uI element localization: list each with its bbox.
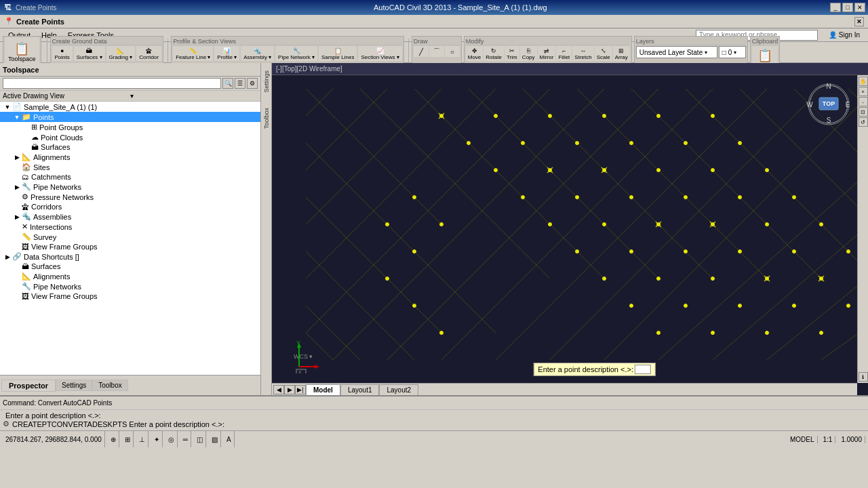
annotation-btn[interactable]: A (224, 431, 235, 447)
point-description-input[interactable] (635, 365, 651, 374)
stretch-btn[interactable]: ↔Stretch (572, 46, 593, 61)
tab-prev-btn[interactable]: ◀ (273, 385, 284, 394)
tree-item-18[interactable]: 📐 Alignments (0, 271, 260, 281)
zoom-out-btn[interactable]: - (859, 97, 868, 106)
section-views-btn[interactable]: 📈Section Views ▾ (358, 46, 401, 61)
ortho-btn[interactable]: ⊥ (136, 431, 149, 447)
sign-in-button[interactable]: 👤 Sign In (823, 30, 865, 40)
corridor-btn[interactable]: 🛣 Corridor (136, 46, 161, 61)
dialog-close[interactable]: ✕ (854, 17, 864, 26)
grid-btn[interactable]: ⊞ (122, 431, 134, 447)
surf-icon-1: 🏔 (31, 143, 39, 151)
settings-icon-btn[interactable]: ⚙ (247, 78, 258, 89)
line-icon: ╱ (419, 48, 423, 56)
surfaces-btn[interactable]: 🏔 Surfaces ▾ (74, 46, 105, 61)
active-view-dropdown[interactable]: ▾ (130, 92, 258, 100)
toolspace-title: Toolspace (3, 66, 39, 74)
profile-btn[interactable]: 📊Profile ▾ (214, 46, 239, 61)
points-btn[interactable]: ● Points (52, 46, 73, 61)
tree-item-8[interactable]: 🗂 Catchments (0, 172, 260, 182)
color-dropdown[interactable]: □ 0 ▾ (719, 46, 746, 58)
move-btn[interactable]: ✥Move (466, 46, 484, 61)
settings-side-tab[interactable]: Settings (262, 64, 271, 99)
arc-btn[interactable]: ⌒ (429, 46, 444, 57)
tree-item-9[interactable]: ▶ 🔧 Pipe Networks (0, 182, 260, 192)
tab-model[interactable]: Model (306, 384, 340, 395)
tree-item-16[interactable]: ▶ 🔗 Data Shortcuts [] (0, 251, 260, 262)
rotate-btn[interactable]: ↻Rotate (484, 46, 504, 61)
pan-btn[interactable]: ✋ (859, 77, 868, 86)
fillet-btn[interactable]: ⌐Fillet (556, 46, 572, 61)
tree-item-10[interactable]: ⚙ Pressure Networks (0, 192, 260, 202)
tree-item-5[interactable]: 🏔 Surfaces (0, 142, 260, 152)
filter-icon-btn[interactable]: ☰ (235, 78, 245, 89)
tree-item-1[interactable]: ▼ 📄 Sample_Site_A (1) (1) (0, 102, 260, 112)
3d-orbit-btn[interactable]: ↺ (859, 117, 868, 127)
prospector-tab[interactable]: Prospector (1, 380, 56, 392)
assembly-btn[interactable]: 🔩Assembly ▾ (241, 46, 274, 61)
snap-btn[interactable]: ⊕ (108, 431, 119, 447)
tree-item-14[interactable]: 📏 Survey (0, 232, 260, 242)
svg-text:S: S (827, 117, 831, 124)
toggle-6: ▶ (12, 154, 22, 161)
selection-btn[interactable]: ▧ (209, 431, 221, 447)
svg-point-76 (847, 304, 850, 308)
pipe-net-icon: 🔧 (22, 182, 31, 191)
tree-item-3[interactable]: ⊞ Point Groups (0, 122, 260, 132)
zoom-extent-btn[interactable]: ⊡ (859, 107, 868, 117)
toolbox-tab[interactable]: Toolbox (92, 380, 127, 391)
left-panel: Toolspace 🔍 ☰ ⚙ Active Drawing View ▾ ▼ … (0, 63, 261, 395)
copy-btn[interactable]: ⎘Copy (520, 46, 537, 61)
tree-item-2[interactable]: ▼ 📁 Points (0, 112, 260, 122)
corridor-icon-tree: 🛣 (22, 203, 29, 211)
toolbox-side-tab[interactable]: Toolbox (262, 102, 271, 135)
tree-item-17[interactable]: 🏔 Surfaces (0, 262, 260, 271)
layer-dropdown[interactable]: Unsaved Layer State ▾ (636, 46, 717, 58)
array-btn[interactable]: ⊞Array (613, 46, 630, 61)
tab-layout1[interactable]: Layout1 (340, 384, 380, 395)
tree-item-4[interactable]: ☁ Point Clouds (0, 132, 260, 142)
mirror-btn[interactable]: ⇌Mirror (538, 46, 556, 61)
close-button[interactable]: ✕ (854, 3, 865, 12)
zoom-in-btn[interactable]: + (859, 87, 868, 96)
sites-icon: 🏠 (22, 163, 31, 171)
tab-last-btn[interactable]: ▶| (295, 385, 306, 394)
tab-layout2[interactable]: Layout2 (379, 384, 418, 395)
scale-btn[interactable]: ⤡Scale (595, 46, 612, 61)
osnap-btn[interactable]: ◎ (165, 431, 178, 447)
scale-status[interactable]: 1.0000 (838, 436, 865, 443)
svg-point-83 (847, 250, 850, 253)
minimize-button[interactable]: _ (830, 3, 841, 12)
pipe-network-btn[interactable]: 🔧Pipe Network ▾ (275, 46, 317, 61)
tree-item-11[interactable]: 🛣 Corridors (0, 202, 260, 211)
zoom-level[interactable]: 1:1 (821, 436, 836, 443)
feature-line-btn[interactable]: 📏Feature Line ▾ (173, 46, 213, 61)
right-strip: ✋ + - ⊡ ↺ ℹ (857, 75, 868, 383)
grading-btn[interactable]: 📐 Grading ▾ (106, 46, 136, 61)
svg-point-45 (576, 196, 579, 199)
tree-item-6[interactable]: ▶ 📐 Alignments (0, 152, 260, 162)
model-status[interactable]: MODEL (787, 436, 818, 443)
tree-item-15[interactable]: 🖼 View Frame Groups (0, 242, 260, 251)
sample-icon: 📋 (334, 47, 342, 54)
maximize-button[interactable]: □ (842, 3, 853, 12)
tree-item-12[interactable]: ▶ 🔩 Assemblies (0, 211, 260, 222)
sample-lines-btn[interactable]: 📋Sample Lines (319, 46, 357, 61)
line-btn[interactable]: ╱ (414, 46, 429, 57)
lineweight-btn[interactable]: ═ (180, 431, 191, 447)
tree-item-19[interactable]: 🔧 Pipe Networks (0, 281, 260, 291)
properties-btn[interactable]: ℹ (859, 372, 868, 382)
transparency-btn[interactable]: ◫ (194, 431, 206, 447)
tree-item-13[interactable]: ✕ Intersections (0, 222, 260, 232)
tree-item-20[interactable]: 🖼 View Frame Groups (0, 291, 260, 301)
toggle-2: ▼ (12, 114, 22, 121)
circle-btn[interactable]: ○ (445, 46, 460, 57)
assembly-icon: 🔩 (254, 47, 261, 54)
tab-next-btn[interactable]: ▶ (284, 385, 295, 394)
search-icon-btn[interactable]: 🔍 (222, 78, 233, 89)
polar-btn[interactable]: ✦ (151, 431, 163, 447)
trim-btn[interactable]: ✂Trim (505, 46, 519, 61)
tree-item-7[interactable]: 🏠 Sites (0, 162, 260, 172)
toolspace-search-input[interactable] (3, 78, 221, 89)
settings-tab[interactable]: Settings (56, 380, 92, 391)
